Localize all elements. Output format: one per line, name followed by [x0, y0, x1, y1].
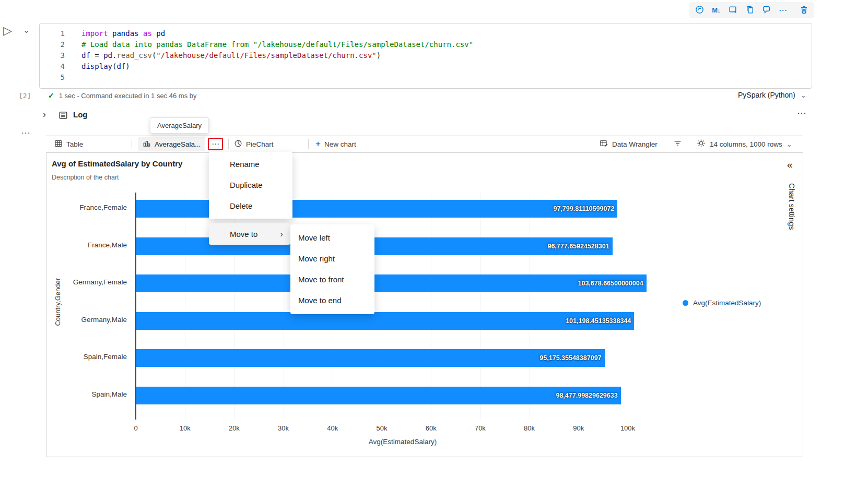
- bar-value-label: 95,175.35548387097: [539, 349, 601, 367]
- chevron-down-icon: ⌄: [23, 26, 30, 34]
- tab-separator: [132, 139, 132, 149]
- gridline: [382, 193, 382, 420]
- convert-to-markdown-button[interactable]: M↓: [709, 4, 723, 17]
- chevron-right-icon: ›: [43, 109, 46, 119]
- bar-value-label: 103,678.66500000004: [578, 274, 643, 292]
- y-axis-category-label: Spain,Female: [46, 353, 127, 361]
- y-axis-category-label: Spain,Male: [46, 390, 127, 398]
- run-cell-button[interactable]: ▷: [3, 24, 12, 38]
- log-icon: [58, 111, 68, 122]
- delete-cell-button[interactable]: [797, 4, 811, 17]
- chart-tab-more-button[interactable]: ⋯: [208, 138, 223, 150]
- bar[interactable]: 95,175.35548387097: [136, 349, 605, 367]
- x-axis-tick-label: 50k: [361, 424, 403, 432]
- chart-card: Avg(EstimatedSalary) Country,Gender 010k…: [46, 152, 803, 457]
- double-chevron-left-icon: «: [787, 159, 793, 170]
- submenu-item-move-left[interactable]: Move left: [290, 228, 374, 248]
- x-axis-tick-label: 60k: [410, 424, 452, 432]
- data-wrangler-label: Data Wrangler: [612, 140, 658, 148]
- bar[interactable]: 101,198.45135338344: [136, 312, 634, 330]
- table-info-label: 14 columns, 1000 rows: [710, 140, 782, 148]
- tab-separator: [308, 139, 309, 149]
- x-axis-tick-label: 100k: [607, 424, 649, 432]
- x-axis-tick-label: 80k: [509, 424, 550, 432]
- tab-chart-label: AverageSala...: [155, 140, 201, 148]
- execution-count: [2]: [19, 92, 31, 100]
- kernel-label: PySpark (Python): [738, 91, 795, 99]
- copilot-button[interactable]: [693, 4, 706, 17]
- menu-item-move-to[interactable]: Move to ›: [209, 223, 290, 245]
- tab-table[interactable]: Table: [54, 137, 83, 151]
- context-submenu: Move leftMove rightMove to frontMove to …: [290, 224, 374, 314]
- cell-status-text: 1 sec - Command executed in 1 sec 46 ms …: [59, 92, 197, 100]
- plot-area: Avg(EstimatedSalary) Country,Gender 010k…: [46, 153, 780, 458]
- code-line[interactable]: 3df = pd.read_csv("/lakehouse/default/Fi…: [40, 50, 812, 61]
- table-info-selector[interactable]: 14 columns, 1000 rows ⌄: [697, 137, 792, 151]
- column-chart-icon: [143, 139, 151, 149]
- menu-item-rename[interactable]: Rename: [209, 154, 292, 175]
- move-cell-button[interactable]: [726, 4, 740, 17]
- run-icon: ▷: [3, 24, 12, 37]
- more-icon: ⋯: [21, 128, 31, 138]
- bar[interactable]: 98,477.99829629633: [136, 387, 621, 404]
- cell-toolbar: M↓ ⋯: [689, 2, 814, 18]
- tab-average-salary-chart[interactable]: AverageSala...: [138, 137, 205, 151]
- chevron-down-icon: ⌄: [787, 140, 792, 148]
- chart-subtitle: Description of the chart: [52, 174, 119, 181]
- more-cell-options-button[interactable]: ⋯: [776, 4, 790, 17]
- duplicate-cell-icon: [745, 5, 754, 16]
- success-check-icon: ✓: [48, 91, 54, 100]
- trash-icon: [800, 5, 808, 16]
- chart-legend[interactable]: Avg(EstimatedSalary): [683, 299, 761, 307]
- submenu-item-move-to-front[interactable]: Move to front: [290, 269, 374, 290]
- tab-table-label: Table: [66, 140, 83, 148]
- data-wrangler-button[interactable]: Data Wrangler: [600, 137, 658, 151]
- more-icon: ⋯: [797, 108, 807, 118]
- code-line[interactable]: 5: [40, 72, 812, 83]
- code-cell[interactable]: 1import pandas as pd2# Load data into pa…: [39, 23, 812, 89]
- gridline: [431, 193, 431, 420]
- tab-pie-chart[interactable]: PieChart: [234, 137, 274, 151]
- log-expand-chevron[interactable]: ›: [43, 109, 46, 120]
- menu-item-delete[interactable]: Delete: [209, 196, 292, 217]
- expand-settings-button[interactable]: «: [787, 159, 793, 171]
- run-options-chevron[interactable]: ⌄: [23, 25, 30, 35]
- y-axis-title: Country,Gender: [54, 232, 62, 373]
- legend-label: Avg(EstimatedSalary): [693, 299, 761, 307]
- chevron-right-icon: ›: [280, 229, 283, 240]
- bar-value-label: 96,777.65924528301: [547, 237, 609, 255]
- kernel-language-picker[interactable]: PySpark (Python) ⌄: [738, 91, 806, 99]
- move-cell-icon: [729, 5, 737, 16]
- x-axis-tick-label: 0: [115, 424, 157, 432]
- filter-button[interactable]: [673, 137, 682, 151]
- chevron-down-icon: ⌄: [801, 91, 806, 99]
- submenu-item-move-to-end[interactable]: Move to end: [290, 290, 374, 311]
- tab-tooltip: AverageSalary: [150, 117, 209, 134]
- gear-icon: [697, 139, 706, 149]
- more-icon: ⋯: [212, 139, 219, 149]
- notebook-page: M↓ ⋯ ▷ ⌄ ⋯ 1import pand: [0, 0, 868, 490]
- markdown-convert-icon: M↓: [712, 6, 720, 14]
- pie-chart-icon: [234, 139, 242, 149]
- menu-item-duplicate[interactable]: Duplicate: [209, 175, 292, 196]
- code-line[interactable]: 4display(df): [40, 61, 812, 72]
- x-axis-tick-label: 30k: [263, 424, 304, 432]
- x-axis-tick-label: 90k: [558, 424, 600, 432]
- output-more-options-button[interactable]: ⋯: [21, 127, 31, 139]
- x-axis-tick-label: 70k: [459, 424, 501, 432]
- new-chart-button[interactable]: + New chart: [315, 137, 356, 151]
- duplicate-cell-button[interactable]: [743, 4, 756, 17]
- log-section-label: Log: [73, 110, 88, 119]
- cell-status-row: ✓ 1 sec - Command executed in 1 sec 46 m…: [48, 91, 196, 100]
- comment-button[interactable]: [759, 4, 773, 17]
- code-line[interactable]: 2# Load data into pandas DataFrame from …: [40, 39, 812, 50]
- tab-pie-label: PieChart: [246, 140, 274, 148]
- x-axis-tick-label: 20k: [213, 424, 255, 432]
- gridline: [530, 193, 530, 420]
- code-line[interactable]: 1import pandas as pd: [40, 28, 812, 39]
- output-top-divider: [46, 135, 803, 136]
- submenu-item-move-right[interactable]: Move right: [290, 248, 374, 269]
- log-more-options-button[interactable]: ⋯: [797, 107, 807, 119]
- gridline: [480, 193, 480, 420]
- bar[interactable]: 103,678.66500000004: [136, 274, 647, 292]
